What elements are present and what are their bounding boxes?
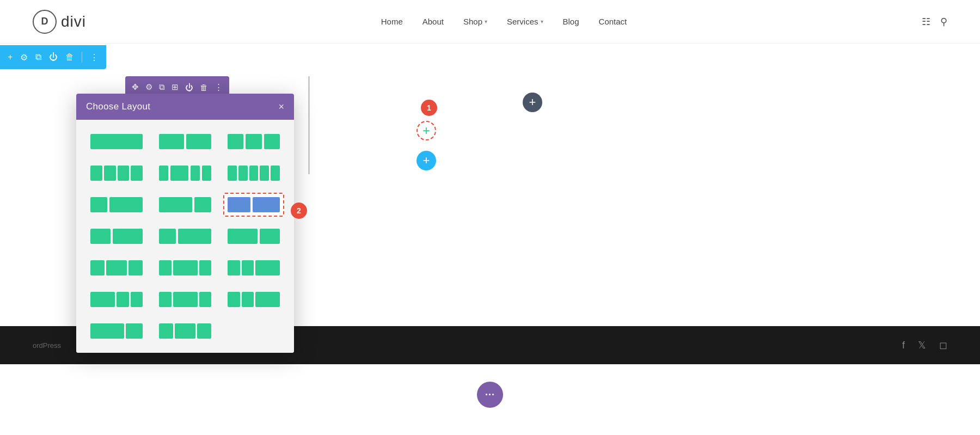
power-icon[interactable]: ⏻ [49,52,58,62]
modal-body [76,120,294,353]
section-power-icon[interactable]: ⏻ [185,83,193,92]
section-settings-icon[interactable]: ⚙ [145,82,152,92]
facebook-icon[interactable]: f [902,340,905,351]
modal-header: Choose Layout × [76,94,294,120]
search-icon[interactable]: ⚲ [940,16,947,28]
section-columns-icon[interactable]: ⧉ [159,82,165,92]
layout-option-r4c[interactable] [223,224,284,248]
shop-chevron: ▾ [485,19,487,24]
services-chevron: ▾ [541,19,543,24]
nav-contact[interactable]: Contact [599,17,627,26]
layout-option-r5a[interactable] [86,256,147,280]
builder-toolbar-top: + ⚙ ⧉ ⏻ 🗑 ⋮ [0,45,106,69]
more-icon[interactable]: ⋮ [90,52,99,63]
move-icon[interactable]: ✥ [132,82,139,92]
trash-icon[interactable]: 🗑 [65,52,74,62]
layout-grid [86,130,284,343]
add-section-dark-button[interactable]: + [523,93,542,112]
logo-icon: D [33,10,57,34]
toolbar-divider [82,52,82,63]
nav-about[interactable]: About [422,17,444,26]
add-dark-icon: + [529,96,536,108]
cart-icon[interactable]: ☷ [922,16,930,28]
layout-option-third-two-third[interactable] [155,161,216,185]
nav-home[interactable]: Home [381,17,403,26]
nav-actions: ☷ ⚲ [922,16,947,28]
footer-text: ordPress [33,341,61,350]
add-section-icon[interactable]: + [8,52,13,62]
section-trash-icon[interactable]: 🗑 [200,83,208,92]
layout-option-selected[interactable] [223,193,284,217]
settings-icon[interactable]: ⚙ [20,52,28,63]
main-nav: Home About Shop ▾ Services ▾ Blog Contac… [381,17,627,26]
vertical-separator [308,76,310,174]
footer-social: f 𝕏 ◻ [902,339,947,351]
nav-blog[interactable]: Blog [563,17,579,26]
layout-option-full[interactable] [86,130,147,154]
modal-close-button[interactable]: × [278,102,284,112]
layout-option-r5b[interactable] [155,256,216,280]
modal-title: Choose Layout [86,101,150,112]
layout-option-r7b[interactable] [155,319,216,343]
add-row-button[interactable]: + [416,151,436,170]
step-badge-1: 1 [421,100,437,116]
nav-shop[interactable]: Shop ▾ [463,17,487,26]
add-blue-icon: + [423,155,430,167]
layout-option-fifth-5[interactable] [223,161,284,185]
bottom-action-dots: ··· [485,390,495,400]
layout-option-r7a[interactable] [86,319,147,343]
logo-text: divi [61,13,86,30]
resize-icon[interactable]: ⧉ [35,52,41,62]
section-more-icon[interactable]: ⋮ [215,82,223,92]
layout-option-third-third-third[interactable] [223,130,284,154]
nav-services[interactable]: Services ▾ [507,17,543,26]
choose-layout-modal: Choose Layout × [76,94,294,353]
twitter-icon[interactable]: 𝕏 [918,339,926,351]
layout-option-small-big[interactable] [86,193,147,217]
instagram-icon[interactable]: ◻ [939,339,947,351]
layout-option-r6b[interactable] [155,287,216,311]
layout-option-r6a[interactable] [86,287,147,311]
step-badge-2: 2 [291,203,307,219]
layout-option-big-small[interactable] [155,193,216,217]
layout-option-r5c[interactable] [223,256,284,280]
add-dotted-icon: + [422,124,430,137]
bottom-action-button[interactable]: ··· [477,382,503,408]
layout-option-r4b[interactable] [155,224,216,248]
header: D divi Home About Shop ▾ Services ▾ Blog… [0,0,980,44]
logo: D divi [33,10,86,34]
add-column-dotted-button[interactable]: + [416,121,436,140]
layout-option-half-half[interactable] [155,130,216,154]
layout-option-r4a[interactable] [86,224,147,248]
layout-option-quarter-4[interactable] [86,161,147,185]
section-grid-icon[interactable]: ⊞ [171,82,179,92]
layout-option-r6c[interactable] [223,287,284,311]
